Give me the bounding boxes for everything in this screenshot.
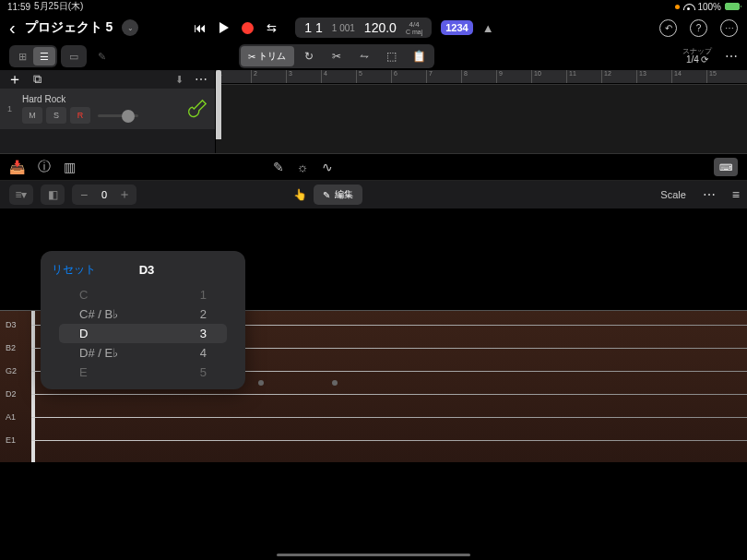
panel-toggle[interactable]: ◧: [42, 186, 63, 203]
region-area[interactable]: [216, 84, 747, 139]
edit-mode-button[interactable]: ✎ 編集: [314, 185, 362, 205]
string[interactable]: [31, 394, 747, 395]
string-label[interactable]: G2: [6, 366, 17, 375]
recording-indicator-dot: [675, 5, 680, 9]
picker-note: D: [79, 327, 88, 340]
record-button[interactable]: [242, 22, 254, 34]
status-time: 11:59: [7, 2, 30, 12]
ruler-mark: 8: [461, 70, 468, 83]
marquee-tool-button[interactable]: ⬚: [379, 46, 405, 66]
track-name: Hard Rock: [22, 94, 182, 104]
tap-mode-button[interactable]: 👆: [290, 184, 312, 206]
help-button[interactable]: ?: [690, 19, 707, 37]
timeline-ruler[interactable]: 123456789101112131415: [216, 70, 747, 84]
fret-dot: [332, 380, 338, 386]
cycle-button[interactable]: ⇆: [267, 21, 277, 35]
picker-octave: 1: [200, 288, 207, 302]
download-button[interactable]: ⬇: [175, 74, 184, 86]
scale-button[interactable]: Scale: [660, 189, 686, 200]
play-button[interactable]: [219, 22, 229, 33]
reset-button[interactable]: リセット: [52, 262, 96, 278]
fret-dot: [258, 380, 264, 386]
picker-row[interactable]: D3: [59, 324, 227, 343]
lcd-timesig: 4/4: [409, 21, 419, 29]
back-button[interactable]: ‹: [9, 18, 16, 39]
battery-icon: [725, 3, 740, 10]
tuning-picker[interactable]: リセット D3 C1C# / B♭2D3D# / E♭4E5: [41, 251, 245, 389]
duplicate-track-button[interactable]: ⧉: [33, 72, 42, 87]
keyboard-button[interactable]: ⌨: [714, 158, 738, 176]
ruler-mark: 10: [531, 70, 541, 83]
ruler-mark: 2: [251, 70, 257, 83]
snap-value[interactable]: 1/4 ⟳: [686, 55, 708, 65]
library-icon[interactable]: ▥: [64, 160, 76, 174]
string-label[interactable]: D2: [6, 389, 17, 399]
picker-row[interactable]: E5: [52, 363, 234, 382]
picker-row[interactable]: D# / E♭4: [52, 343, 234, 363]
picker-note: D# / E♭: [79, 346, 118, 360]
ruler-mark: 3: [286, 70, 292, 83]
paste-tool-button[interactable]: 📋: [407, 46, 433, 66]
string[interactable]: [31, 440, 747, 441]
picker-note: C# / B♭: [79, 307, 118, 321]
menu-button[interactable]: ≡▾: [11, 186, 31, 203]
picker-octave: 2: [200, 307, 207, 321]
trim-tool-button[interactable]: ✂ トリム: [241, 46, 294, 66]
cut-tool-button[interactable]: ✂: [324, 46, 350, 66]
playhead[interactable]: [216, 70, 221, 139]
solo-button[interactable]: S: [46, 107, 66, 124]
grid-view-button[interactable]: ⊞: [11, 47, 33, 66]
info-icon[interactable]: ⓘ: [38, 159, 51, 175]
ruler-mark: 4: [321, 70, 327, 83]
undo-button[interactable]: ↶: [659, 19, 677, 37]
transpose-up[interactable]: ＋: [115, 186, 134, 203]
ruler-mark: 5: [356, 70, 362, 83]
lcd-key: C maj: [406, 29, 422, 35]
picker-row[interactable]: C# / B♭2: [52, 304, 234, 324]
add-track-button[interactable]: ＋: [7, 70, 22, 89]
picker-octave: 4: [200, 346, 207, 360]
go-to-start-button[interactable]: ⏮: [194, 20, 207, 35]
track-header-more[interactable]: ⋯: [195, 72, 208, 87]
volume-slider[interactable]: [98, 114, 138, 117]
battery-percent: 100%: [697, 2, 721, 12]
track-row[interactable]: 1 Hard Rock M S R: [0, 89, 215, 129]
string-label[interactable]: B2: [6, 343, 16, 352]
project-menu-chevron[interactable]: ⌄: [122, 19, 138, 36]
more-menu-button[interactable]: ⋯: [720, 19, 738, 37]
transpose-down[interactable]: −: [75, 186, 93, 203]
picker-note: E: [79, 365, 88, 379]
editor-more-button[interactable]: ⋯: [703, 187, 716, 202]
inbox-icon[interactable]: 📥: [9, 160, 25, 174]
list-view-button[interactable]: ☰: [33, 47, 55, 66]
ruler-mark: 9: [496, 70, 503, 83]
metronome-button[interactable]: ▲: [482, 21, 494, 35]
mixer-icon[interactable]: ∿: [322, 160, 333, 174]
automation-button[interactable]: ✎: [90, 47, 113, 66]
view-more-button[interactable]: ⋯: [725, 49, 738, 64]
string-label[interactable]: D3: [6, 320, 17, 329]
ruler-mark: 13: [636, 70, 646, 83]
lcd-display[interactable]: 1 1 1 001 120.0 4/4 C maj: [295, 18, 432, 38]
guitar-icon[interactable]: [187, 99, 208, 119]
string[interactable]: [31, 417, 747, 418]
single-track-button[interactable]: ▭: [63, 47, 85, 66]
string-label[interactable]: A1: [6, 412, 16, 422]
mute-button[interactable]: M: [22, 107, 42, 124]
editor-lines-button[interactable]: ≡: [732, 187, 738, 202]
lcd-position: 1 1: [304, 20, 322, 35]
picker-note: C: [79, 288, 88, 302]
picker-row[interactable]: C1: [52, 285, 234, 304]
string-label[interactable]: E1: [6, 435, 16, 445]
home-indicator[interactable]: [277, 554, 470, 556]
pencil-icon[interactable]: ✎: [273, 160, 284, 174]
ruler-mark: 15: [706, 70, 717, 83]
project-title[interactable]: プロジェクト 5: [25, 19, 113, 36]
split-tool-button[interactable]: ⥊: [351, 46, 377, 66]
brightness-icon[interactable]: ☼: [297, 160, 309, 174]
loop-tool-button[interactable]: ↻: [296, 46, 322, 66]
count-in-button[interactable]: 1234: [441, 20, 472, 35]
current-note: D3: [139, 263, 155, 277]
status-date: 5月25日(木): [34, 0, 83, 13]
record-arm-button[interactable]: R: [70, 107, 90, 124]
